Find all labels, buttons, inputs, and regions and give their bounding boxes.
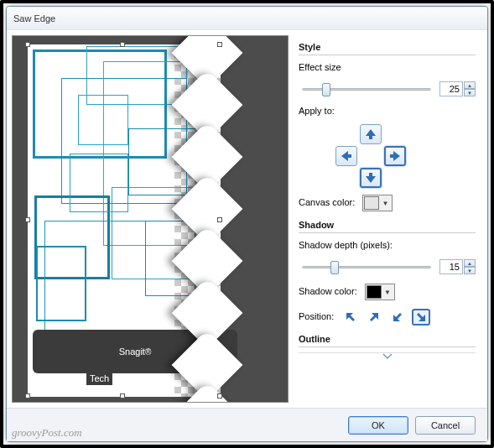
shadow-color-label: Shadow color: — [299, 286, 357, 296]
resize-handle[interactable] — [217, 393, 222, 399]
resize-handle[interactable] — [25, 393, 30, 399]
apply-to-right[interactable] — [384, 146, 406, 166]
position-bottom-right[interactable] — [412, 309, 430, 326]
style-heading: Style — [299, 42, 476, 55]
shadow-heading: Shadow — [299, 220, 476, 233]
position-label: Position: — [299, 311, 334, 321]
resize-handle[interactable] — [120, 42, 125, 47]
canvas-color-picker[interactable]: ▼ — [362, 195, 393, 211]
shadow-color-picker[interactable]: ▼ — [365, 284, 395, 300]
outline-heading: Outline — [299, 334, 476, 347]
cancel-button[interactable]: Cancel — [415, 416, 476, 435]
resize-handle[interactable] — [217, 217, 222, 222]
canvas-color-swatch — [364, 196, 379, 210]
apply-to-bottom[interactable] — [360, 168, 382, 188]
apply-to-label: Apply to: — [299, 106, 476, 116]
settings-panel: Style Effect size ▲ ▼ Apply to: — [294, 30, 487, 408]
preview-canvas[interactable]: Snagit® Tech — [28, 44, 221, 397]
effect-size-label: Effect size — [299, 62, 476, 72]
shadow-depth-input[interactable] — [439, 259, 463, 274]
titlebar[interactable]: Saw Edge — [7, 7, 487, 30]
dialog-window: Saw Edge — [0, 0, 494, 448]
apply-to-top[interactable] — [360, 124, 382, 144]
position-top-left[interactable] — [341, 309, 360, 326]
preview-logo-text: Snagit — [119, 346, 145, 357]
dialog-inner: Saw Edge — [6, 6, 488, 442]
effect-size-input[interactable] — [439, 81, 463, 96]
position-grid — [341, 309, 430, 326]
effect-size-down[interactable]: ▼ — [464, 89, 476, 96]
window-title: Saw Edge — [13, 13, 55, 23]
preview-logo: Snagit® — [33, 330, 237, 373]
chevron-down-icon: ▼ — [379, 200, 391, 207]
expand-toggle[interactable] — [299, 352, 476, 361]
shadow-depth-label: Shadow depth (pixels): — [299, 240, 476, 250]
resize-handle[interactable] — [25, 42, 30, 47]
apply-to-grid — [329, 124, 413, 190]
resize-handle[interactable] — [120, 393, 125, 399]
preview-panel: Snagit® Tech — [12, 35, 289, 403]
button-bar: OK Cancel — [7, 408, 487, 441]
effect-size-slider[interactable] — [299, 81, 434, 97]
apply-to-left[interactable] — [335, 146, 357, 166]
shadow-depth-slider[interactable] — [299, 258, 434, 275]
shadow-depth-up[interactable]: ▲ — [464, 259, 476, 267]
resize-handle[interactable] — [25, 217, 30, 222]
shadow-color-swatch — [367, 285, 382, 299]
preview-logo-sub: Tech — [86, 372, 112, 385]
registered-mark: ® — [145, 347, 151, 357]
effect-size-up[interactable]: ▲ — [464, 81, 476, 89]
resize-handle[interactable] — [217, 42, 222, 47]
position-top-right[interactable] — [365, 309, 383, 326]
shadow-depth-down[interactable]: ▼ — [464, 267, 476, 274]
position-bottom-left[interactable] — [388, 309, 407, 326]
canvas-color-label: Canvas color: — [299, 197, 355, 207]
ok-button[interactable]: OK — [348, 416, 408, 435]
content-area: Snagit® Tech — [7, 30, 487, 408]
chevron-down-icon: ▼ — [382, 289, 393, 296]
